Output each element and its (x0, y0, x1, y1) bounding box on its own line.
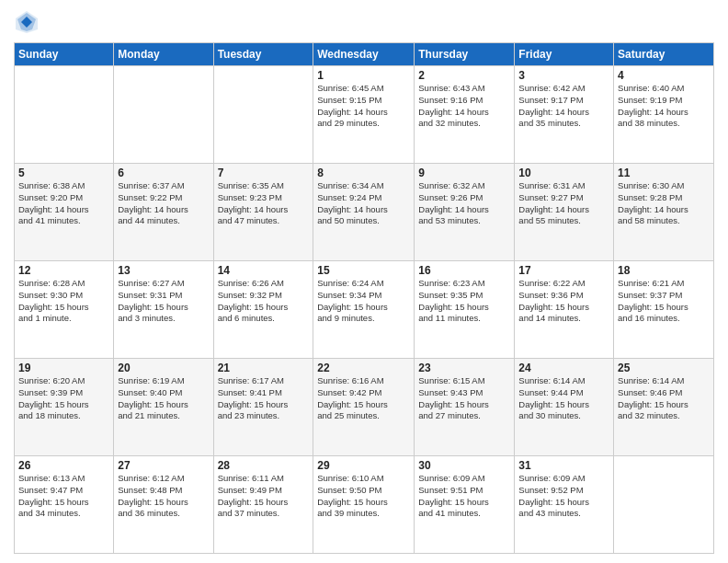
calendar-header-sunday: Sunday (15, 43, 114, 66)
calendar-header-thursday: Thursday (415, 43, 515, 66)
calendar-week-row: 19Sunrise: 6:20 AMSunset: 9:39 PMDayligh… (15, 359, 714, 456)
day-number: 17 (518, 264, 609, 277)
calendar-cell: 16Sunrise: 6:23 AMSunset: 9:35 PMDayligh… (415, 261, 515, 359)
day-info: Sunrise: 6:31 AMSunset: 9:27 PMDaylight:… (518, 180, 609, 227)
calendar-header-tuesday: Tuesday (213, 43, 313, 66)
calendar-cell: 19Sunrise: 6:20 AMSunset: 9:39 PMDayligh… (15, 359, 114, 456)
day-number: 26 (18, 459, 109, 472)
day-info: Sunrise: 6:34 AMSunset: 9:24 PMDaylight:… (317, 180, 410, 227)
day-number: 13 (118, 264, 209, 277)
day-info: Sunrise: 6:30 AMSunset: 9:28 PMDaylight:… (618, 180, 710, 227)
day-info: Sunrise: 6:13 AMSunset: 9:47 PMDaylight:… (18, 473, 109, 520)
calendar-cell: 24Sunrise: 6:14 AMSunset: 9:44 PMDayligh… (515, 359, 614, 456)
day-number: 15 (317, 264, 410, 277)
calendar-cell: 1Sunrise: 6:45 AMSunset: 9:15 PMDaylight… (313, 66, 415, 164)
day-number: 4 (618, 69, 710, 82)
calendar-cell: 30Sunrise: 6:09 AMSunset: 9:51 PMDayligh… (415, 456, 515, 554)
day-info: Sunrise: 6:09 AMSunset: 9:51 PMDaylight:… (418, 473, 510, 520)
calendar-cell: 9Sunrise: 6:32 AMSunset: 9:26 PMDaylight… (415, 164, 515, 261)
day-info: Sunrise: 6:26 AMSunset: 9:32 PMDaylight:… (218, 278, 310, 325)
day-info: Sunrise: 6:12 AMSunset: 9:48 PMDaylight:… (118, 473, 209, 520)
day-number: 18 (618, 264, 710, 277)
day-info: Sunrise: 6:20 AMSunset: 9:39 PMDaylight:… (18, 375, 109, 422)
calendar-cell: 3Sunrise: 6:42 AMSunset: 9:17 PMDaylight… (515, 66, 614, 164)
calendar-cell (15, 66, 114, 164)
day-info: Sunrise: 6:35 AMSunset: 9:23 PMDaylight:… (218, 180, 310, 227)
day-number: 19 (18, 362, 109, 374)
logo (14, 9, 43, 35)
day-number: 27 (118, 459, 209, 472)
calendar-cell: 4Sunrise: 6:40 AMSunset: 9:19 PMDaylight… (614, 66, 714, 164)
header (14, 9, 714, 35)
calendar-header-wednesday: Wednesday (313, 43, 415, 66)
day-info: Sunrise: 6:17 AMSunset: 9:41 PMDaylight:… (218, 375, 310, 422)
day-number: 22 (317, 362, 410, 374)
day-number: 7 (218, 167, 310, 179)
day-info: Sunrise: 6:37 AMSunset: 9:22 PMDaylight:… (118, 180, 209, 227)
day-number: 28 (218, 459, 310, 472)
day-number: 12 (18, 264, 109, 277)
calendar-table: SundayMondayTuesdayWednesdayThursdayFrid… (14, 42, 714, 554)
day-number: 1 (317, 69, 410, 82)
day-info: Sunrise: 6:14 AMSunset: 9:46 PMDaylight:… (618, 375, 710, 422)
calendar-cell: 25Sunrise: 6:14 AMSunset: 9:46 PMDayligh… (614, 359, 714, 456)
calendar-week-row: 26Sunrise: 6:13 AMSunset: 9:47 PMDayligh… (15, 456, 714, 554)
day-info: Sunrise: 6:45 AMSunset: 9:15 PMDaylight:… (317, 83, 410, 130)
calendar-cell: 2Sunrise: 6:43 AMSunset: 9:16 PMDaylight… (415, 66, 515, 164)
day-info: Sunrise: 6:32 AMSunset: 9:26 PMDaylight:… (418, 180, 510, 227)
day-info: Sunrise: 6:09 AMSunset: 9:52 PMDaylight:… (518, 473, 609, 520)
day-number: 6 (118, 167, 209, 179)
day-info: Sunrise: 6:40 AMSunset: 9:19 PMDaylight:… (618, 83, 710, 130)
day-number: 14 (218, 264, 310, 277)
calendar-cell: 6Sunrise: 6:37 AMSunset: 9:22 PMDaylight… (114, 164, 213, 261)
calendar-cell (114, 66, 213, 164)
day-number: 21 (218, 362, 310, 374)
day-number: 20 (118, 362, 209, 374)
day-info: Sunrise: 6:11 AMSunset: 9:49 PMDaylight:… (218, 473, 310, 520)
calendar-cell: 17Sunrise: 6:22 AMSunset: 9:36 PMDayligh… (515, 261, 614, 359)
calendar-cell: 13Sunrise: 6:27 AMSunset: 9:31 PMDayligh… (114, 261, 213, 359)
day-number: 8 (317, 167, 410, 179)
calendar-cell: 27Sunrise: 6:12 AMSunset: 9:48 PMDayligh… (114, 456, 213, 554)
calendar-cell: 18Sunrise: 6:21 AMSunset: 9:37 PMDayligh… (614, 261, 714, 359)
calendar-cell: 22Sunrise: 6:16 AMSunset: 9:42 PMDayligh… (313, 359, 415, 456)
calendar-cell: 29Sunrise: 6:10 AMSunset: 9:50 PMDayligh… (313, 456, 415, 554)
calendar-cell: 7Sunrise: 6:35 AMSunset: 9:23 PMDaylight… (213, 164, 313, 261)
calendar-cell: 31Sunrise: 6:09 AMSunset: 9:52 PMDayligh… (515, 456, 614, 554)
day-number: 31 (518, 459, 609, 472)
calendar-week-row: 12Sunrise: 6:28 AMSunset: 9:30 PMDayligh… (15, 261, 714, 359)
day-number: 23 (418, 362, 510, 374)
calendar-week-row: 5Sunrise: 6:38 AMSunset: 9:20 PMDaylight… (15, 164, 714, 261)
day-info: Sunrise: 6:15 AMSunset: 9:43 PMDaylight:… (418, 375, 510, 422)
calendar-header-row: SundayMondayTuesdayWednesdayThursdayFrid… (15, 43, 714, 66)
day-info: Sunrise: 6:42 AMSunset: 9:17 PMDaylight:… (518, 83, 609, 130)
calendar-header-friday: Friday (515, 43, 614, 66)
day-number: 2 (418, 69, 510, 82)
day-number: 10 (518, 167, 609, 179)
calendar-cell: 15Sunrise: 6:24 AMSunset: 9:34 PMDayligh… (313, 261, 415, 359)
day-number: 16 (418, 264, 510, 277)
day-info: Sunrise: 6:21 AMSunset: 9:37 PMDaylight:… (618, 278, 710, 325)
calendar-cell: 28Sunrise: 6:11 AMSunset: 9:49 PMDayligh… (213, 456, 313, 554)
day-number: 5 (18, 167, 109, 179)
day-number: 29 (317, 459, 410, 472)
day-info: Sunrise: 6:14 AMSunset: 9:44 PMDaylight:… (518, 375, 609, 422)
calendar-cell (213, 66, 313, 164)
calendar-cell: 23Sunrise: 6:15 AMSunset: 9:43 PMDayligh… (415, 359, 515, 456)
calendar-cell: 14Sunrise: 6:26 AMSunset: 9:32 PMDayligh… (213, 261, 313, 359)
calendar-header-saturday: Saturday (614, 43, 714, 66)
calendar-cell: 5Sunrise: 6:38 AMSunset: 9:20 PMDaylight… (15, 164, 114, 261)
logo-icon (14, 9, 40, 35)
calendar-cell: 10Sunrise: 6:31 AMSunset: 9:27 PMDayligh… (515, 164, 614, 261)
day-number: 3 (518, 69, 609, 82)
calendar-week-row: 1Sunrise: 6:45 AMSunset: 9:15 PMDaylight… (15, 66, 714, 164)
calendar-header-monday: Monday (114, 43, 213, 66)
day-info: Sunrise: 6:16 AMSunset: 9:42 PMDaylight:… (317, 375, 410, 422)
day-info: Sunrise: 6:28 AMSunset: 9:30 PMDaylight:… (18, 278, 109, 325)
calendar-cell: 26Sunrise: 6:13 AMSunset: 9:47 PMDayligh… (15, 456, 114, 554)
day-info: Sunrise: 6:24 AMSunset: 9:34 PMDaylight:… (317, 278, 410, 325)
day-number: 11 (618, 167, 710, 179)
day-number: 24 (518, 362, 609, 374)
day-number: 25 (618, 362, 710, 374)
calendar-cell: 20Sunrise: 6:19 AMSunset: 9:40 PMDayligh… (114, 359, 213, 456)
